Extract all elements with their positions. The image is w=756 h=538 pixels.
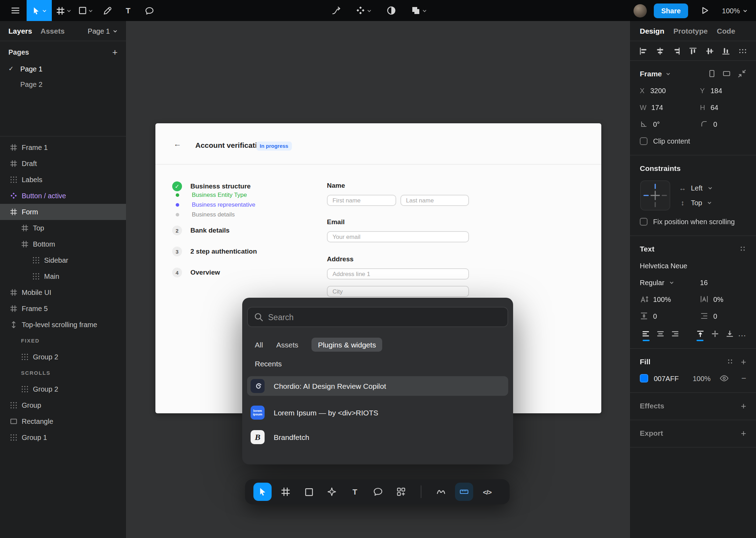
address-line-1-field[interactable]: [327, 268, 469, 280]
x-position-field[interactable]: X3200: [640, 87, 700, 94]
paragraph-indent-field[interactable]: 0: [700, 312, 756, 320]
layer-item-frame-5[interactable]: Frame 5: [0, 301, 126, 317]
add-export-button[interactable]: +: [741, 428, 746, 437]
remove-fill-button[interactable]: −: [741, 374, 746, 382]
font-family-select[interactable]: Helvetica Neue: [640, 257, 746, 274]
move-tool-button[interactable]: [27, 0, 52, 21]
layer-item-group[interactable]: Group: [0, 397, 126, 413]
substep-business-representative[interactable]: Business representative: [192, 201, 255, 209]
constraints-widget[interactable]: [640, 180, 671, 211]
layer-item-group-2[interactable]: Group 2: [0, 349, 126, 365]
layer-item-group-2b[interactable]: Group 2: [0, 381, 126, 397]
text-styles-button[interactable]: [739, 245, 746, 252]
shape-tool-button[interactable]: [300, 483, 318, 501]
layer-item-group-1[interactable]: Group 1: [0, 429, 126, 446]
avatar[interactable]: [633, 4, 646, 17]
comment-tool-button[interactable]: [369, 483, 387, 501]
tab-design[interactable]: Design: [640, 27, 664, 35]
vertical-align-bottom-button[interactable]: [723, 327, 736, 340]
back-arrow-icon[interactable]: ←: [174, 139, 181, 148]
corner-radius-field[interactable]: 0: [700, 120, 756, 128]
font-size-field[interactable]: 16: [700, 278, 756, 286]
last-name-field[interactable]: [400, 195, 469, 206]
layer-item-bottom[interactable]: Bottom: [0, 236, 126, 252]
vertical-align-top-button[interactable]: [694, 327, 707, 340]
tab-assets[interactable]: Assets: [41, 27, 65, 35]
clip-content-row[interactable]: Clip content: [640, 132, 746, 149]
fill-row[interactable]: 007AFF 100% −: [640, 370, 746, 387]
page-item-page-1[interactable]: ✓ Page 1: [0, 61, 126, 76]
result-chordio[interactable]: Chordio: AI Design Review Copilot: [247, 376, 508, 396]
present-button[interactable]: [695, 0, 715, 21]
frame-tool-button[interactable]: [276, 483, 295, 501]
align-left-button[interactable]: [639, 47, 648, 55]
edit-object-button[interactable]: [326, 0, 346, 21]
fix-position-row[interactable]: Fix position when scrolling: [640, 213, 746, 230]
layer-item-top-level-scrolling-frame[interactable]: Top-level scrolling frame: [0, 317, 126, 333]
tidy-up-button[interactable]: [738, 47, 747, 55]
share-button[interactable]: Share: [653, 3, 688, 18]
create-component-button[interactable]: [353, 0, 374, 21]
width-field[interactable]: W174: [640, 103, 700, 111]
result-brandfetch[interactable]: B Brandfetch: [247, 427, 508, 447]
substep-business-details[interactable]: Business details: [192, 211, 235, 219]
letter-spacing-field[interactable]: 0%: [700, 295, 756, 303]
align-bottom-button[interactable]: [722, 47, 730, 55]
actions-tool-button[interactable]: [323, 483, 341, 501]
add-fill-button[interactable]: +: [741, 357, 746, 366]
layer-item-button-active[interactable]: Button / active: [0, 188, 126, 204]
layer-item-top[interactable]: Top: [0, 220, 126, 236]
add-effect-button[interactable]: +: [741, 401, 746, 410]
substep-business-entity-type[interactable]: Business Entity Type: [192, 191, 247, 199]
fill-hex-value[interactable]: 007AFF: [654, 374, 679, 382]
tab-assets[interactable]: Assets: [276, 340, 298, 349]
tab-all[interactable]: All: [255, 340, 263, 349]
text-align-center-button[interactable]: [654, 327, 667, 340]
tab-code[interactable]: Code: [717, 27, 735, 35]
clip-content-checkbox[interactable]: [640, 137, 648, 145]
resources-button[interactable]: [392, 483, 410, 501]
layer-item-labels[interactable]: Labels: [0, 172, 126, 188]
layer-item-frame-1[interactable]: Frame 1: [0, 139, 126, 156]
tab-layers[interactable]: Layers: [8, 27, 32, 35]
text-tool-button[interactable]: T: [118, 0, 138, 21]
tab-prototype[interactable]: Prototype: [673, 27, 708, 35]
dev-mode-button[interactable]: </>: [478, 483, 496, 501]
frame-tool-button[interactable]: [53, 0, 74, 21]
type-settings-button[interactable]: …: [738, 329, 746, 338]
add-page-button[interactable]: +: [112, 47, 118, 56]
paragraph-spacing-field[interactable]: 0: [640, 312, 700, 320]
mask-button[interactable]: [382, 0, 401, 21]
page-selector[interactable]: Page 1: [88, 27, 118, 35]
modal-search-bar[interactable]: [247, 307, 508, 327]
move-tool-button[interactable]: [253, 483, 272, 501]
first-name-field[interactable]: [327, 195, 396, 206]
search-input[interactable]: [268, 313, 501, 321]
main-menu-button[interactable]: [6, 0, 25, 21]
font-weight-select[interactable]: Regular: [640, 278, 700, 286]
fill-opacity-value[interactable]: 100%: [693, 374, 710, 382]
rotation-field[interactable]: 0°: [640, 120, 700, 128]
boolean-groups-button[interactable]: [408, 0, 430, 21]
y-position-field[interactable]: Y184: [700, 87, 756, 94]
vertical-align-middle-button[interactable]: [709, 327, 721, 340]
align-v-center-button[interactable]: [705, 47, 714, 55]
align-top-button[interactable]: [689, 47, 697, 55]
canvas[interactable]: ← Account verification In progress ✓ Bus…: [126, 21, 630, 538]
horizontal-constraint-select[interactable]: ↔ Left: [679, 184, 712, 192]
shrink-to-fit-button[interactable]: [738, 69, 746, 78]
align-right-button[interactable]: [672, 47, 681, 55]
draw-tool-button[interactable]: [432, 483, 450, 501]
line-height-field[interactable]: 100%: [640, 295, 700, 303]
fix-position-checkbox[interactable]: [640, 218, 648, 225]
layer-item-draft[interactable]: Draft: [0, 156, 126, 172]
zoom-menu[interactable]: 100%: [722, 7, 748, 14]
measure-tool-button[interactable]: [455, 483, 473, 501]
fill-styles-button[interactable]: [727, 358, 734, 365]
email-field[interactable]: [327, 231, 469, 242]
text-tool-button[interactable]: T: [346, 483, 364, 501]
vertical-constraint-select[interactable]: ↕ Top: [679, 199, 712, 207]
page-item-page-2[interactable]: Page 2: [0, 76, 126, 92]
landscape-orientation-button[interactable]: [722, 70, 731, 77]
city-field[interactable]: [327, 286, 469, 297]
